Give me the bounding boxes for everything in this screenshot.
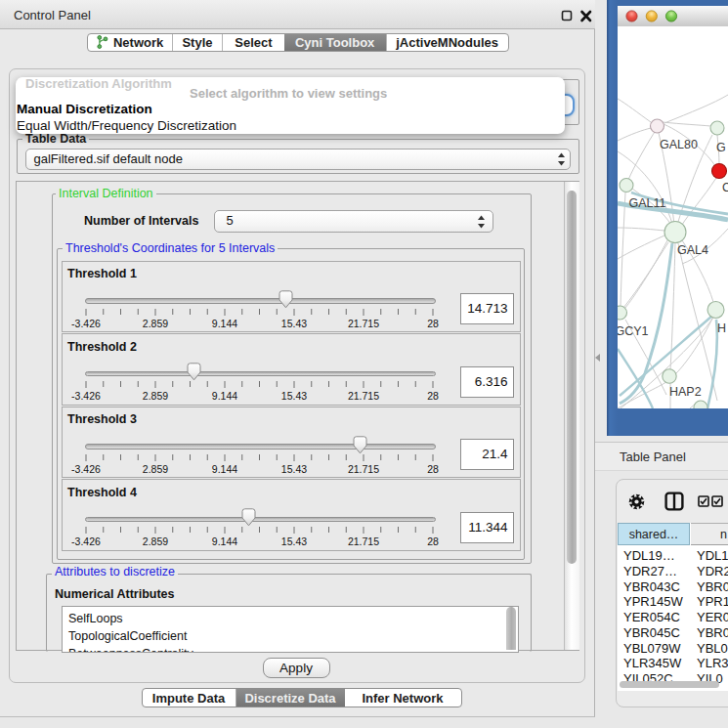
svg-text:2.859: 2.859 xyxy=(143,535,168,547)
svg-text:GAL11: GAL11 xyxy=(629,196,666,210)
svg-text:9.144: 9.144 xyxy=(212,462,237,474)
svg-text:-3.426: -3.426 xyxy=(71,390,101,402)
svg-text:-3.426: -3.426 xyxy=(71,535,101,547)
svg-text:9.144: 9.144 xyxy=(212,535,237,547)
svg-text:28: 28 xyxy=(427,317,439,328)
svg-text:GAL4: GAL4 xyxy=(677,243,708,257)
svg-text:2.859: 2.859 xyxy=(143,317,168,328)
svg-text:28: 28 xyxy=(427,390,439,402)
svg-text:2.859: 2.859 xyxy=(143,462,168,474)
svg-text:G: G xyxy=(716,141,726,154)
svg-text:21.715: 21.715 xyxy=(348,462,379,474)
svg-text:21.715: 21.715 xyxy=(348,390,379,402)
svg-text:15.43: 15.43 xyxy=(281,390,307,402)
svg-text:15.43: 15.43 xyxy=(281,317,307,328)
svg-text:H: H xyxy=(717,321,726,335)
svg-text:GCY1: GCY1 xyxy=(618,324,649,338)
svg-text:C: C xyxy=(722,181,728,194)
svg-text:2.859: 2.859 xyxy=(143,390,168,402)
svg-text:28: 28 xyxy=(427,535,439,547)
svg-text:HAP2: HAP2 xyxy=(669,385,702,399)
svg-text:9.144: 9.144 xyxy=(212,317,237,328)
svg-text:-3.426: -3.426 xyxy=(71,317,101,328)
svg-text:21.715: 21.715 xyxy=(348,535,379,547)
svg-text:15.43: 15.43 xyxy=(281,535,307,547)
svg-text:9.144: 9.144 xyxy=(212,390,237,402)
svg-text:GAL80: GAL80 xyxy=(660,138,698,151)
svg-text:21.715: 21.715 xyxy=(348,317,379,328)
svg-text:28: 28 xyxy=(427,462,439,474)
svg-text:-3.426: -3.426 xyxy=(71,462,101,474)
svg-text:15.43: 15.43 xyxy=(281,462,307,474)
